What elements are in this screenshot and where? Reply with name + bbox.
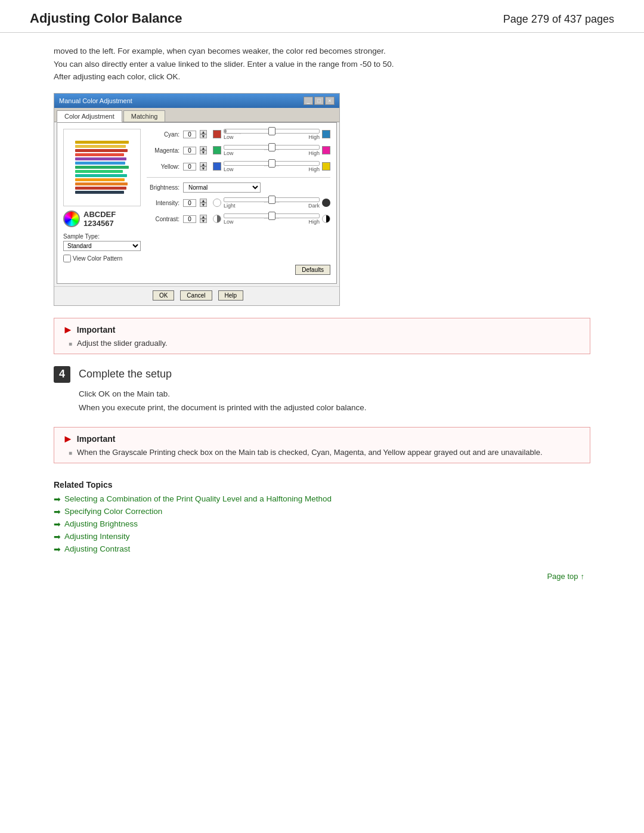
tab-matching[interactable]: Matching [123,110,166,122]
contrast-low-icon [213,215,221,223]
view-pattern-checkbox-row: View Color Pattern [63,255,141,262]
view-pattern-label: View Color Pattern [73,255,122,262]
cyan-track-wrapper: ············ LowHigh [224,129,320,140]
yellow-value[interactable] [183,163,196,171]
intensity-track[interactable]: ············ [224,197,320,202]
page-top-area: Page top ↑ [54,572,590,581]
intro-line2: You can also directly enter a value link… [54,58,590,71]
page-top-arrow-icon: ↑ [581,572,585,581]
defaults-button[interactable]: Defaults [295,265,330,275]
important-arrow-icon-2: ► [63,433,73,444]
close-btn[interactable]: × [325,97,335,105]
related-link-4[interactable]: ➡ Adjusting Intensity [54,532,590,541]
magenta-up[interactable]: ▲ [200,146,207,150]
related-link-5[interactable]: ➡ Adjusting Contrast [54,544,590,554]
cyan-value[interactable] [183,131,196,138]
related-arrow-icon-3: ➡ [54,519,61,529]
logo-line2: 1234567 [83,219,116,228]
dialog-titlebar: Manual Color Adjustment _ □ × [54,94,339,108]
important-item-2: ■ When the Grayscale Printing check box … [63,448,581,457]
yellow-up[interactable]: ▲ [200,162,207,166]
intensity-slider-row: Intensity: ▲ ▼ ············ [147,197,330,209]
page-top-link[interactable]: Page top ↑ [547,572,584,581]
contrast-up[interactable]: ▲ [200,215,207,219]
cyan-up[interactable]: ▲ [200,130,207,134]
related-arrow-icon-1: ➡ [54,494,61,504]
page-header: Adjusting Color Balance Page 279 of 437 … [0,0,644,33]
dialog-footer: OK Cancel Help [54,286,339,305]
yellow-track[interactable]: ············ [224,161,320,166]
intensity-down[interactable]: ▼ [200,203,207,207]
magenta-track[interactable]: ············ [224,145,320,150]
intensity-thumb[interactable] [268,196,275,204]
ok-button[interactable]: OK [153,290,174,301]
logo-text: ABCDEF 1234567 [83,210,116,228]
help-button[interactable]: Help [218,290,244,301]
sample-type-select[interactable]: Standard Portrait Landscape [63,241,141,251]
logo-area: ABCDEF 1234567 [63,210,141,228]
magenta-slider-row: Magenta: ▲ ▼ ············ [147,145,330,156]
contrast-thumb[interactable] [268,212,275,220]
yellow-thumb[interactable] [268,159,275,168]
contrast-slider-row: Contrast: ▲ ▼ ············ [147,213,330,225]
step-4-container: 4 Complete the setup Click OK on the Mai… [54,366,590,415]
intensity-up[interactable]: ▲ [200,199,207,203]
important-text-2: When the Grayscale Printing check box on… [77,448,542,457]
intro-line3: After adjusting each color, click OK. [54,70,590,83]
intensity-light-icon [213,199,221,207]
related-link-1[interactable]: ➡ Selecting a Combination of the Print Q… [54,494,590,504]
cyan-right-swatch [322,130,330,138]
defaults-area: Defaults [63,262,330,277]
view-pattern-checkbox[interactable] [63,255,71,262]
sample-type-label: Sample Type: [63,233,141,240]
yellow-left-swatch [213,162,221,171]
intensity-label: Intensity: [147,200,179,206]
cyan-down[interactable]: ▼ [200,134,207,138]
pencil-lines [75,141,129,194]
contrast-slider-container: ············ LowHigh [213,213,330,225]
brightness-select[interactable]: Normal Bright Dark [183,182,261,193]
contrast-high-icon [322,215,330,223]
step-4-header: 4 Complete the setup [54,366,590,383]
cyan-thumb[interactable] [268,127,275,135]
intensity-dark-icon [322,199,330,207]
magenta-value[interactable] [183,147,196,154]
intensity-value[interactable] [183,199,196,207]
dialog-inner: ABCDEF 1234567 Sample Type: Standard Por… [63,129,330,262]
step-4-line2: When you execute print, the document is … [79,401,590,415]
page-top-label: Page top [547,572,578,581]
contrast-track[interactable]: ············ [224,213,320,218]
intensity-slider-container: ············ LightDark [213,197,330,209]
contrast-value[interactable] [183,215,196,223]
related-link-1-text: Selecting a Combination of the Print Qua… [64,494,332,503]
step-4-title: Complete the setup [79,368,172,380]
dialog-body: ABCDEF 1234567 Sample Type: Standard Por… [57,122,337,284]
magenta-slider-container: ············ LowHigh [213,145,330,156]
cyan-track[interactable]: ············ [224,129,320,134]
yellow-down[interactable]: ▼ [200,166,207,171]
related-link-3-text: Adjusting Brightness [64,519,138,528]
minimize-btn[interactable]: _ [304,97,313,105]
cyan-slider-container: ············ LowHigh [213,129,330,140]
yellow-label: Yellow: [147,163,179,170]
maximize-btn[interactable]: □ [314,97,324,105]
step-4-number: 4 [54,366,70,383]
cyan-spinner: ▲ ▼ [200,130,207,138]
magenta-down[interactable]: ▼ [200,150,207,154]
contrast-track-wrapper: ············ LowHigh [224,213,320,225]
related-link-5-text: Adjusting Contrast [64,544,130,553]
important-arrow-icon-1: ► [63,324,73,335]
contrast-down[interactable]: ▼ [200,219,207,223]
dialog-title: Manual Color Adjustment [59,97,132,104]
related-link-2[interactable]: ➡ Specifying Color Correction [54,507,590,516]
dialog-right-panel: Cyan: ▲ ▼ ············ [147,129,330,262]
yellow-slider-row: Yellow: ▲ ▼ ············ [147,161,330,172]
cancel-button[interactable]: Cancel [180,290,212,301]
step-4-body: Click OK on the Main tab. When you execu… [54,388,590,415]
related-arrow-icon-4: ➡ [54,532,61,541]
magenta-thumb[interactable] [268,143,275,151]
related-link-3[interactable]: ➡ Adjusting Brightness [54,519,590,529]
bullet-icon-2: ■ [69,450,72,456]
main-content: moved to the left. For example, when cya… [0,33,644,605]
tab-color-adjustment[interactable]: Color Adjustment [57,110,122,122]
